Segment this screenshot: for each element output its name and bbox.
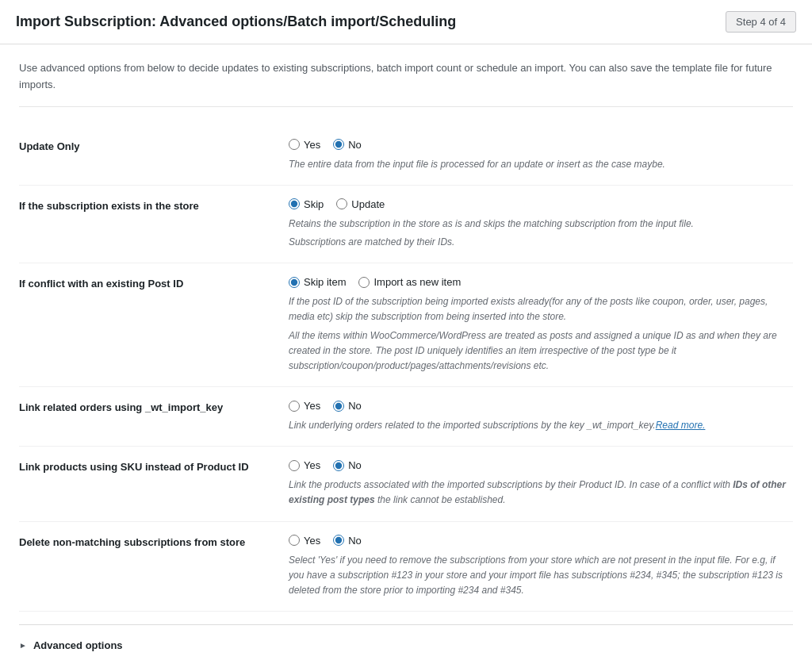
radio-label-link-orders-no: No xyxy=(348,400,362,412)
options-table: Update Only Yes No The entire data from … xyxy=(19,126,793,612)
step-badge: Step 4 of 4 xyxy=(726,11,796,33)
option-label-delete-non-matching: Delete non-matching subscriptions from s… xyxy=(19,535,289,548)
option-label-subscription-exists: If the subscription exists in the store xyxy=(19,198,289,212)
radio-group-conflict-post-id: Skip item Import as new item xyxy=(289,276,793,288)
radio-label-skip: Skip xyxy=(304,198,324,210)
radio-link-orders-yes[interactable]: Yes xyxy=(289,400,320,412)
radio-update-only-no[interactable]: No xyxy=(333,139,362,151)
read-more-link[interactable]: Read more. xyxy=(656,420,706,431)
radio-group-subscription-exists: Skip Update xyxy=(289,198,793,210)
desc-subscription-exists-2: Subscriptions are matched by their IDs. xyxy=(289,235,793,250)
radio-label-import-as-new: Import as new item xyxy=(373,276,461,288)
radio-subscription-exists-update[interactable]: Update xyxy=(336,198,385,210)
chevron-right-icon: ► xyxy=(19,641,27,650)
radio-delete-non-matching-yes[interactable]: Yes xyxy=(289,535,320,547)
option-update-only: Update Only Yes No The entire data from … xyxy=(19,126,793,186)
main-content: Use advanced options from below to decid… xyxy=(0,44,812,660)
radio-link-products-sku-no[interactable]: No xyxy=(333,459,362,471)
option-controls-link-products-sku: Yes No Link the products associated with… xyxy=(289,459,793,508)
radio-label-delete-non-matching-yes: Yes xyxy=(304,535,320,547)
radio-label-update: Update xyxy=(351,198,385,210)
radio-group-update-only: Yes No xyxy=(289,139,793,151)
radio-label-update-only-no: No xyxy=(348,139,362,151)
option-controls-delete-non-matching: Yes No Select 'Yes' if you need to remov… xyxy=(289,535,793,599)
radio-conflict-skip-item[interactable]: Skip item xyxy=(289,276,346,288)
option-label-link-products-sku: Link products using SKU instead of Produ… xyxy=(19,459,289,473)
option-conflict-post-id: If conflict with an existing Post ID Ski… xyxy=(19,263,793,387)
desc-conflict-1: If the post ID of the subscription being… xyxy=(289,294,793,324)
desc-conflict-2: All the items within WooCommerce/WordPre… xyxy=(289,328,793,374)
radio-link-products-sku-yes[interactable]: Yes xyxy=(289,459,320,471)
radio-label-skip-item: Skip item xyxy=(304,276,346,288)
option-label-conflict-post-id: If conflict with an existing Post ID xyxy=(19,276,289,290)
radio-delete-non-matching-no[interactable]: No xyxy=(333,535,362,547)
option-controls-link-orders: Yes No Link underlying orders related to… xyxy=(289,400,793,433)
radio-update-only-yes[interactable]: Yes xyxy=(289,139,320,151)
option-link-orders: Link related orders using _wt_import_key… xyxy=(19,387,793,447)
desc-link-orders: Link underlying orders related to the im… xyxy=(289,418,793,433)
desc-subscription-exists-1: Retains the subscription in the store as… xyxy=(289,217,793,232)
page-description: Use advanced options from below to decid… xyxy=(19,60,793,107)
option-controls-subscription-exists: Skip Update Retains the subscription in … xyxy=(289,198,793,250)
radio-label-update-only-yes: Yes xyxy=(304,139,320,151)
page-title: Import Subscription: Advanced options/Ba… xyxy=(16,13,456,30)
radio-group-link-products-sku: Yes No xyxy=(289,459,793,471)
radio-group-link-orders: Yes No xyxy=(289,400,793,412)
option-controls-conflict-post-id: Skip item Import as new item If the post… xyxy=(289,276,793,374)
desc-link-products-sku: Link the products associated with the im… xyxy=(289,478,793,508)
desc-delete-non-matching: Select 'Yes' if you need to remove the s… xyxy=(289,553,793,599)
radio-group-delete-non-matching: Yes No xyxy=(289,535,793,547)
radio-label-link-products-sku-no: No xyxy=(348,459,362,471)
option-label-update-only: Update Only xyxy=(19,139,289,152)
option-link-products-sku: Link products using SKU instead of Produ… xyxy=(19,447,793,521)
advanced-options-section: ► Advanced options xyxy=(19,624,793,656)
advanced-options-label: Advanced options xyxy=(33,639,123,651)
radio-conflict-import-new[interactable]: Import as new item xyxy=(358,276,461,288)
page-header: Import Subscription: Advanced options/Ba… xyxy=(0,0,812,44)
desc-update-only: The entire data from the input file is p… xyxy=(289,157,793,172)
option-controls-update-only: Yes No The entire data from the input fi… xyxy=(289,139,793,172)
option-subscription-exists: If the subscription exists in the store … xyxy=(19,186,793,263)
radio-label-link-orders-yes: Yes xyxy=(304,400,320,412)
advanced-options-toggle[interactable]: ► Advanced options xyxy=(19,635,793,656)
option-label-link-orders: Link related orders using _wt_import_key xyxy=(19,400,289,413)
radio-subscription-exists-skip[interactable]: Skip xyxy=(289,198,324,210)
radio-label-delete-non-matching-no: No xyxy=(348,535,362,547)
radio-label-link-products-sku-yes: Yes xyxy=(304,459,320,471)
page-wrapper: Import Subscription: Advanced options/Ba… xyxy=(0,0,812,660)
option-delete-non-matching: Delete non-matching subscriptions from s… xyxy=(19,522,793,612)
radio-link-orders-no[interactable]: No xyxy=(333,400,362,412)
